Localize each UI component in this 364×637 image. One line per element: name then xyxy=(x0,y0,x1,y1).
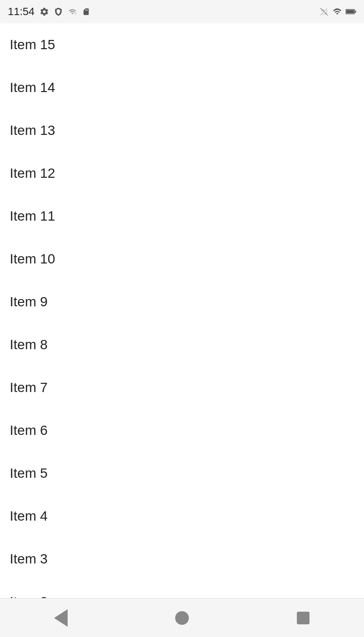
home-button[interactable] xyxy=(167,603,197,633)
svg-text:?: ? xyxy=(74,12,76,16)
list-item-text: Item 15 xyxy=(10,37,55,52)
recents-button[interactable] xyxy=(289,603,318,633)
list-item-text: Item 5 xyxy=(10,466,48,481)
list-item-text: Item 10 xyxy=(10,251,55,266)
shield-icon xyxy=(54,7,63,17)
list-item[interactable]: Item 13 xyxy=(0,109,364,152)
wifi-icon: ? xyxy=(68,8,77,16)
back-button[interactable] xyxy=(46,603,75,633)
list-item[interactable]: Item 14 xyxy=(0,66,364,109)
list-item[interactable]: Item 10 xyxy=(0,238,364,281)
list-item-text: Item 12 xyxy=(10,166,55,181)
list-item[interactable]: Item 6 xyxy=(0,409,364,452)
status-bar-right xyxy=(319,7,356,16)
list-item[interactable]: Item 15 xyxy=(0,23,364,66)
list-item-text: Item 3 xyxy=(10,551,48,566)
list-item-text: Item 14 xyxy=(10,80,55,95)
status-time: 11:54 xyxy=(8,5,35,18)
sd-card-icon xyxy=(82,7,90,17)
list-item[interactable]: Item 8 xyxy=(0,323,364,366)
list-item-text: Item 4 xyxy=(10,508,48,524)
svg-rect-4 xyxy=(346,10,354,13)
home-icon xyxy=(175,611,189,625)
list-item-text: Item 13 xyxy=(10,123,55,138)
status-bar-left: 11:54 ? xyxy=(8,5,90,18)
nav-bar xyxy=(0,598,364,637)
list-item-text: Item 2 xyxy=(10,594,48,598)
back-icon xyxy=(54,609,68,627)
list-item[interactable]: Item 9 xyxy=(0,281,364,323)
status-bar: 11:54 ? xyxy=(0,0,364,23)
list-item[interactable]: Item 3 xyxy=(0,538,364,581)
list-item-text: Item 6 xyxy=(10,423,48,438)
list-container[interactable]: Item 15Item 14Item 13Item 12Item 11Item … xyxy=(0,23,364,598)
list-item[interactable]: Item 4 xyxy=(0,495,364,538)
recents-icon xyxy=(297,612,309,624)
gear-icon xyxy=(39,7,49,17)
list-item[interactable]: Item 12 xyxy=(0,152,364,195)
list-item-text: Item 8 xyxy=(10,337,48,352)
signal-strength-icon xyxy=(333,7,342,16)
list-item[interactable]: Item 5 xyxy=(0,452,364,495)
svg-rect-3 xyxy=(355,11,356,13)
battery-icon xyxy=(346,8,356,15)
list-item[interactable]: Item 11 xyxy=(0,195,364,238)
list-item-text: Item 7 xyxy=(10,380,48,395)
list-item-text: Item 9 xyxy=(10,294,48,309)
list-item[interactable]: Item 2 xyxy=(0,581,364,598)
list-item[interactable]: Item 7 xyxy=(0,366,364,409)
list-item-text: Item 11 xyxy=(10,208,55,224)
no-signal-icon xyxy=(319,7,329,16)
